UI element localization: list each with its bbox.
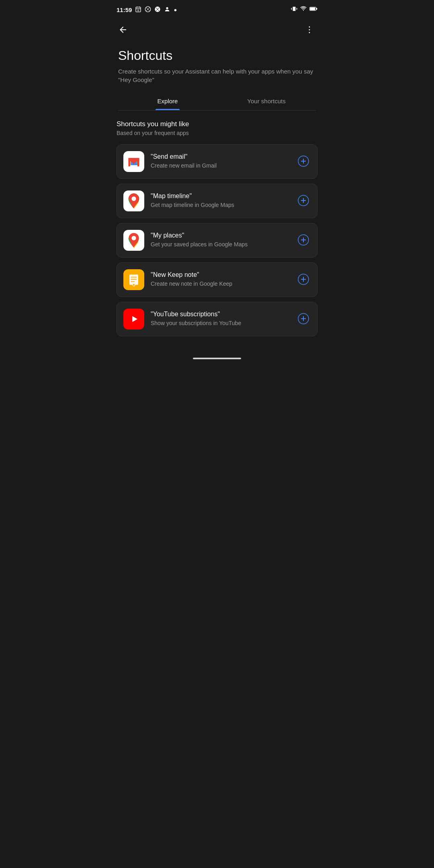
maps-app-icon-timeline bbox=[123, 190, 144, 211]
svg-rect-10 bbox=[310, 7, 315, 10]
xbox-circle-icon bbox=[145, 6, 151, 14]
shortcut-card-map-timeline: "Map timeline" Get map timeline in Googl… bbox=[117, 184, 317, 218]
status-bar: 11:59 31 bbox=[108, 0, 326, 18]
svg-point-13 bbox=[309, 29, 310, 31]
status-time: 11:59 bbox=[117, 6, 132, 13]
svg-rect-29 bbox=[131, 277, 137, 278]
add-shortcut-send-email-button[interactable] bbox=[296, 154, 311, 170]
add-shortcut-youtube-button[interactable] bbox=[296, 311, 311, 327]
shortcut-desc-youtube-subscriptions: Show your subscriptions in YouTube bbox=[151, 319, 290, 328]
header-section: Shortcuts Create shortcuts so your Assis… bbox=[108, 42, 326, 111]
svg-rect-11 bbox=[316, 8, 317, 10]
calendar-icon: 31 bbox=[135, 6, 141, 14]
gmail-app-icon bbox=[123, 151, 144, 172]
section-subtitle: Based on your frequent apps bbox=[117, 130, 317, 136]
notification-dot-icon: ● bbox=[174, 7, 177, 13]
maps-app-icon-places bbox=[123, 230, 144, 251]
svg-rect-30 bbox=[131, 279, 137, 280]
shortcut-info-my-places: "My places" Get your saved places in Goo… bbox=[151, 232, 290, 249]
top-navigation-bar bbox=[108, 18, 326, 42]
svg-point-33 bbox=[133, 284, 135, 286]
svg-point-12 bbox=[309, 27, 310, 28]
shortcut-info-send-email: "Send email" Create new email in Gmail bbox=[151, 153, 290, 170]
page-subtitle: Create shortcuts so your Assistant can h… bbox=[118, 67, 316, 84]
tab-explore[interactable]: Explore bbox=[118, 92, 217, 110]
shortcut-info-youtube-subscriptions: "YouTube subscriptions" Show your subscr… bbox=[151, 311, 290, 328]
page-title: Shortcuts bbox=[118, 48, 316, 63]
add-shortcut-my-places-button[interactable] bbox=[296, 233, 311, 248]
tabs-container: Explore Your shortcuts bbox=[118, 92, 316, 111]
person-icon bbox=[164, 6, 170, 14]
svg-rect-8 bbox=[293, 7, 296, 11]
xbox-filled-icon bbox=[154, 6, 161, 14]
add-shortcut-keep-note-button[interactable] bbox=[296, 272, 311, 288]
svg-rect-31 bbox=[131, 281, 135, 282]
shortcut-info-map-timeline: "Map timeline" Get map timeline in Googl… bbox=[151, 192, 290, 209]
shortcut-info-keep-note: "New Keep note" Create new note in Googl… bbox=[151, 271, 290, 288]
shortcut-name-send-email: "Send email" bbox=[151, 153, 290, 160]
youtube-app-icon bbox=[123, 309, 144, 330]
shortcut-name-map-timeline: "Map timeline" bbox=[151, 192, 290, 200]
tab-your-shortcuts[interactable]: Your shortcuts bbox=[217, 92, 316, 110]
svg-point-19 bbox=[132, 197, 136, 201]
shortcut-desc-send-email: Create new email in Gmail bbox=[151, 162, 290, 170]
more-options-button[interactable] bbox=[301, 22, 317, 38]
shortcut-desc-keep-note: Create new note in Google Keep bbox=[151, 280, 290, 288]
svg-point-23 bbox=[132, 236, 136, 240]
battery-icon bbox=[309, 6, 317, 13]
content-section: Shortcuts you might like Based on your f… bbox=[108, 111, 326, 351]
status-left: 11:59 31 bbox=[117, 6, 177, 14]
back-button[interactable] bbox=[115, 22, 131, 38]
svg-point-14 bbox=[309, 32, 310, 33]
shortcut-card-youtube-subscriptions: "YouTube subscriptions" Show your subscr… bbox=[117, 302, 317, 336]
shortcut-card-my-places: "My places" Get your saved places in Goo… bbox=[117, 223, 317, 258]
shortcut-name-youtube-subscriptions: "YouTube subscriptions" bbox=[151, 311, 290, 318]
shortcut-card-send-email: "Send email" Create new email in Gmail bbox=[117, 144, 317, 179]
keep-app-icon bbox=[123, 269, 144, 290]
section-title: Shortcuts you might like bbox=[117, 120, 317, 128]
bottom-nav-area bbox=[108, 351, 326, 363]
wifi-icon bbox=[300, 6, 307, 13]
vibrate-icon bbox=[291, 6, 297, 14]
shortcut-card-keep-note: "New Keep note" Create new note in Googl… bbox=[117, 262, 317, 297]
add-shortcut-map-timeline-button[interactable] bbox=[296, 193, 311, 209]
shortcut-name-my-places: "My places" bbox=[151, 232, 290, 239]
shortcut-desc-map-timeline: Get map timeline in Google Maps bbox=[151, 201, 290, 209]
svg-text:31: 31 bbox=[137, 10, 140, 12]
shortcut-desc-my-places: Get your saved places in Google Maps bbox=[151, 241, 290, 249]
nav-indicator bbox=[193, 358, 241, 359]
shortcut-name-keep-note: "New Keep note" bbox=[151, 271, 290, 278]
status-right bbox=[291, 6, 317, 14]
svg-point-7 bbox=[166, 7, 168, 9]
